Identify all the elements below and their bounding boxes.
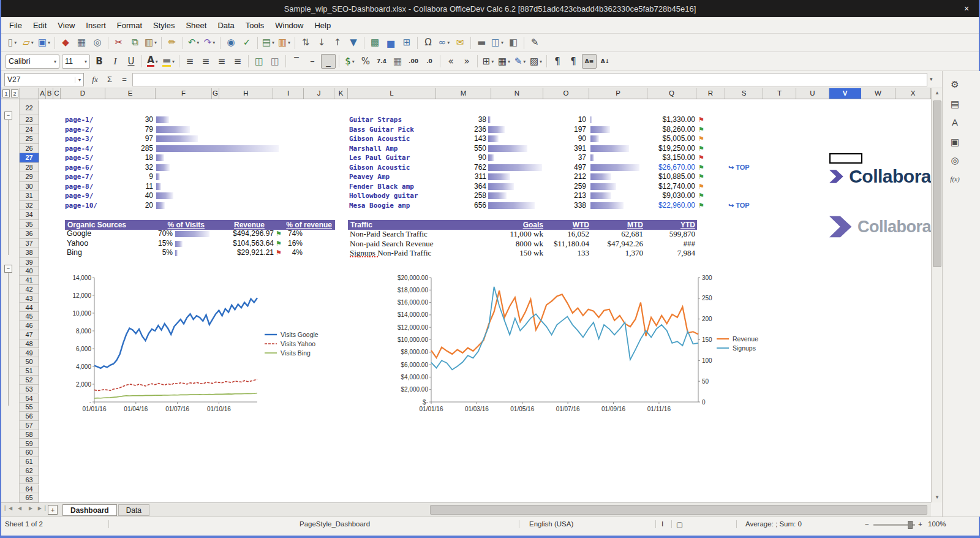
border-style-icon[interactable]: ▦▾ (497, 54, 511, 69)
row-header-34[interactable]: 34 (20, 210, 39, 220)
column-header-M[interactable]: M (436, 88, 491, 99)
font-size-combo[interactable]: 11▾ (62, 55, 90, 69)
autofilter-icon[interactable]: ▼ (346, 36, 361, 50)
row-header-52[interactable]: 52 (20, 376, 39, 385)
column-header-I[interactable]: I (273, 88, 304, 99)
row-header-54[interactable]: 54 (20, 394, 39, 403)
row-header-50[interactable]: 50 (20, 357, 39, 366)
insert-row-icon[interactable]: ▤▾ (261, 36, 276, 50)
horizontal-scrollbar-thumb[interactable] (430, 505, 927, 515)
row-header-46[interactable]: 46 (20, 321, 39, 330)
language-indicator[interactable]: English (USA) (529, 520, 573, 528)
copy-icon[interactable]: ⧉ (127, 36, 142, 50)
menu-window[interactable]: Window (270, 18, 309, 32)
chevron-down-icon[interactable]: ▾ (213, 40, 215, 45)
row-header-64[interactable]: 64 (20, 485, 39, 494)
zoom-in-button[interactable]: + (918, 520, 922, 528)
page-style-indicator[interactable]: PageStyle_Dashboard (300, 520, 370, 528)
row-header-45[interactable]: 45 (20, 312, 39, 321)
increase-indent-icon[interactable]: » (459, 54, 474, 69)
row-header-27[interactable]: 27 (20, 153, 39, 163)
column-header-R[interactable]: R (696, 88, 725, 99)
insert-mode-indicator[interactable]: I (662, 520, 663, 528)
row-header-24[interactable]: 24 (20, 125, 39, 135)
sort-icon[interactable]: ⇅ (298, 36, 313, 50)
text-direction-ltr-icon[interactable]: A≡ (582, 54, 597, 69)
row-header-38[interactable]: 38 (20, 248, 39, 258)
formula-button[interactable]: = (118, 73, 131, 86)
chevron-down-icon[interactable]: ▾ (14, 40, 17, 45)
row-header-53[interactable]: 53 (20, 385, 39, 394)
row-header-61[interactable]: 61 (20, 457, 39, 466)
row-header-47[interactable]: 47 (20, 330, 39, 339)
chevron-down-icon[interactable]: ▾ (501, 40, 503, 45)
column-header-K[interactable]: K (334, 88, 348, 99)
print-icon[interactable]: ▦ (74, 36, 89, 50)
styles-deck-icon[interactable]: A (948, 115, 962, 130)
vertical-scrollbar-thumb[interactable] (933, 100, 941, 267)
align-top-icon[interactable]: ‾ (289, 54, 304, 69)
row-header-29[interactable]: 29 (20, 172, 39, 182)
row-header-49[interactable]: 49 (20, 349, 39, 358)
row-header-42[interactable]: 42 (20, 285, 39, 294)
product-revenue-value[interactable]: $26,670.00 (632, 163, 695, 173)
column-header-O[interactable]: O (543, 88, 589, 99)
open-file-icon[interactable]: ▱▾ (21, 36, 36, 50)
column-header-F[interactable]: F (156, 88, 212, 99)
top-link[interactable]: ↪ TOP (728, 163, 765, 173)
navigator-deck-icon[interactable]: ◎ (948, 153, 962, 168)
formula-input[interactable] (132, 73, 927, 86)
vertical-scrollbar[interactable]: ▲ ▼ (931, 88, 942, 502)
draw-functions-icon[interactable]: ✎ (527, 36, 542, 50)
row-header-55[interactable]: 55 (20, 403, 39, 412)
font-color-icon[interactable]: A▾ (145, 54, 160, 69)
row-header-30[interactable]: 30 (20, 182, 39, 192)
collapse-group-icon[interactable]: − (4, 112, 12, 119)
product-revenue-value[interactable]: $22,960.00 (632, 201, 695, 211)
sort-ascending-icon[interactable]: ↓ (314, 36, 329, 50)
row-header-63[interactable]: 63 (20, 475, 39, 485)
row-header-25[interactable]: 25 (20, 134, 39, 144)
underline-icon[interactable]: U (124, 54, 138, 69)
row-header-60[interactable]: 60 (20, 448, 39, 457)
zoom-out-button[interactable]: − (865, 520, 869, 528)
paragraph-rtl-icon[interactable]: ¶ (566, 54, 581, 69)
chevron-down-icon[interactable]: ▾ (197, 40, 199, 45)
sheet-tab-dashboard[interactable]: Dashboard (62, 504, 117, 516)
merge-cells-icon[interactable]: ◫ (268, 54, 282, 69)
borders-icon[interactable]: ⊞▾ (481, 54, 496, 69)
menu-edit[interactable]: Edit (28, 18, 52, 32)
text-direction-ttb-icon[interactable]: A↓ (598, 54, 612, 69)
row-header-32[interactable]: 32 (20, 201, 39, 211)
delete-decimal-place-icon[interactable]: .0 (422, 54, 437, 69)
chevron-down-icon[interactable]: ▾ (172, 59, 175, 64)
save-icon[interactable]: ▣▾ (37, 36, 51, 50)
chevron-down-icon[interactable]: ▾ (154, 40, 157, 45)
headers-footers-icon[interactable]: ▬ (474, 36, 489, 50)
menu-format[interactable]: Format (111, 18, 148, 32)
column-header-A[interactable]: A (39, 88, 46, 99)
chevron-down-icon[interactable]: ▾ (54, 59, 56, 64)
column-header-U[interactable]: U (796, 88, 829, 99)
format-currency-icon[interactable]: $▾ (342, 54, 357, 69)
row-header-65[interactable]: 65 (20, 493, 39, 502)
split-window-icon[interactable]: ◧ (506, 36, 521, 50)
column-header-W[interactable]: W (861, 88, 895, 99)
center-vertically-icon[interactable]: – (305, 54, 320, 69)
chevron-down-icon[interactable]: ▾ (75, 77, 81, 83)
scroll-down-icon[interactable]: ▼ (932, 493, 942, 502)
highlighting-color-icon[interactable]: ▬▾ (161, 54, 176, 69)
merge-and-center-icon[interactable]: ◫ (252, 54, 266, 69)
cell-background-color-icon[interactable]: ▨▾ (529, 54, 543, 69)
row-header-23[interactable]: 23 (20, 115, 39, 125)
column-header-L[interactable]: L (348, 88, 436, 99)
decrease-indent-icon[interactable]: « (443, 54, 458, 69)
chevron-down-icon[interactable]: ▾ (85, 59, 87, 64)
gallery-deck-icon[interactable]: ▣ (948, 135, 962, 150)
sum-button[interactable]: Σ (103, 73, 116, 86)
chevron-down-icon[interactable]: ▾ (491, 59, 494, 64)
paragraph-ltr-icon[interactable]: ¶ (550, 54, 565, 69)
function-wizard-button[interactable]: fx (88, 73, 102, 86)
freeze-panes-icon[interactable]: ◫▾ (490, 36, 505, 50)
pivot-table-icon[interactable]: ⊞ (399, 36, 414, 50)
